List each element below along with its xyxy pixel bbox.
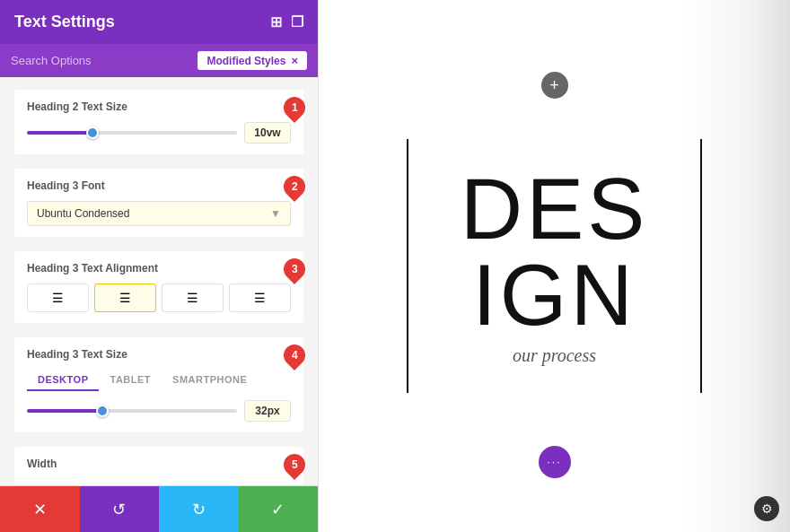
heading3-size-slider-thumb[interactable] bbox=[96, 405, 109, 417]
annotation-3: 3 bbox=[279, 254, 310, 284]
panel-header-icons: ⊞ ❐ bbox=[270, 13, 303, 31]
annotation-2-label: 2 bbox=[292, 180, 298, 193]
align-justify-button[interactable]: ☰ bbox=[229, 283, 291, 312]
alignment-buttons: ☰ ☰ ☰ ☰ bbox=[27, 283, 291, 312]
corner-icon: ⚙ bbox=[761, 501, 773, 516]
design-text-line2: IGN bbox=[472, 252, 636, 338]
close-modified-button[interactable]: × bbox=[291, 54, 298, 67]
heading3-text-size-label: Heading 3 Text Size bbox=[27, 348, 291, 361]
undo-button[interactable]: ↺ bbox=[80, 486, 160, 532]
heading2-slider-row: 10vw bbox=[27, 122, 291, 144]
redo-button[interactable]: ↻ bbox=[159, 486, 239, 532]
heading2-slider-fill bbox=[27, 131, 90, 135]
save-icon: ✓ bbox=[271, 500, 285, 519]
modified-badge-text: Modified Styles bbox=[206, 55, 285, 67]
heading3-size-slider-track[interactable] bbox=[27, 409, 237, 413]
expand-icon[interactable]: ⊞ bbox=[270, 13, 282, 31]
annotation-5-label: 5 bbox=[292, 458, 298, 471]
process-subtitle: our process bbox=[513, 345, 596, 366]
heading2-text-size-label: Heading 2 Text Size bbox=[27, 100, 291, 113]
annotation-2: 2 bbox=[279, 171, 310, 202]
width-section: Width DESKTOP TABLET SMARTPHONE 100% 5 bbox=[14, 447, 303, 485]
modified-badge: Modified Styles × bbox=[198, 51, 307, 70]
heading3-size-value-box[interactable]: 32px bbox=[244, 400, 291, 422]
font-dropdown-icon[interactable]: ▼ bbox=[270, 207, 281, 220]
heading3-font-label: Heading 3 Font bbox=[27, 179, 291, 192]
panel-footer: ✕ ↺ ↻ ✓ bbox=[0, 485, 318, 532]
align-center-button[interactable]: ☰ bbox=[94, 283, 156, 312]
heading3-text-size-section: Heading 3 Text Size DESKTOP TABLET SMART… bbox=[14, 337, 303, 432]
corner-tool-button[interactable]: ⚙ bbox=[754, 496, 779, 521]
right-vertical-bar bbox=[700, 139, 702, 393]
panel-header: Text Settings ⊞ ❐ bbox=[0, 0, 318, 44]
width-desktop-tab[interactable]: DESKTOP bbox=[27, 479, 99, 485]
search-label: Search Options bbox=[11, 54, 92, 67]
align-right-button[interactable]: ☰ bbox=[162, 283, 224, 312]
heading2-slider-track[interactable] bbox=[27, 131, 237, 135]
width-smartphone-tab[interactable]: SMARTPHONE bbox=[162, 479, 258, 485]
cancel-icon: ✕ bbox=[33, 500, 47, 519]
annotation-1-label: 1 bbox=[292, 101, 298, 114]
settings-panel: Text Settings ⊞ ❐ Search Options Modifie… bbox=[0, 0, 319, 532]
annotation-5: 5 bbox=[279, 449, 310, 480]
design-text-line1: DES bbox=[461, 166, 648, 252]
search-bar: Search Options Modified Styles × bbox=[0, 44, 318, 77]
panel-title: Text Settings bbox=[14, 13, 115, 31]
more-icon: ··· bbox=[547, 456, 561, 468]
heading2-value-box[interactable]: 10vw bbox=[244, 122, 291, 144]
heading3-font-input[interactable]: Ubuntu Condensed ▼ bbox=[27, 201, 291, 226]
more-options-button[interactable]: ··· bbox=[539, 446, 571, 478]
heading2-slider-thumb[interactable] bbox=[86, 126, 99, 139]
width-tablet-tab[interactable]: TABLET bbox=[99, 479, 162, 485]
add-icon: + bbox=[549, 76, 559, 95]
cancel-button[interactable]: ✕ bbox=[0, 486, 80, 532]
add-button[interactable]: + bbox=[541, 72, 568, 99]
heading3-alignment-section: Heading 3 Text Alignment ☰ ☰ ☰ ☰ 3 bbox=[14, 251, 303, 323]
save-button[interactable]: ✓ bbox=[239, 486, 319, 532]
heading2-text-size-section: Heading 2 Text Size 10vw 1 bbox=[14, 90, 303, 154]
annotation-4-label: 4 bbox=[292, 349, 298, 362]
collapse-icon[interactable]: ❐ bbox=[291, 13, 303, 31]
left-vertical-bar bbox=[407, 139, 408, 393]
annotation-4: 4 bbox=[279, 340, 310, 371]
heading3-font-section: Heading 3 Font Ubuntu Condensed ▼ 2 bbox=[14, 169, 303, 237]
canvas-area: + DES IGN our process ··· ⚙ bbox=[319, 0, 790, 532]
canvas-content: DES IGN our process bbox=[407, 139, 702, 393]
annotation-3-label: 3 bbox=[292, 263, 298, 275]
annotation-1: 1 bbox=[279, 92, 310, 123]
heading3-desktop-tab[interactable]: DESKTOP bbox=[27, 370, 99, 391]
heading3-tablet-tab[interactable]: TABLET bbox=[99, 370, 162, 391]
width-device-tabs: DESKTOP TABLET SMARTPHONE bbox=[27, 479, 291, 485]
heading3-font-value: Ubuntu Condensed bbox=[37, 207, 129, 220]
heading3-alignment-label: Heading 3 Text Alignment bbox=[27, 262, 291, 275]
width-label: Width bbox=[27, 458, 291, 470]
align-left-button[interactable]: ☰ bbox=[27, 283, 89, 312]
heading3-smartphone-tab[interactable]: SMARTPHONE bbox=[162, 370, 258, 391]
undo-icon: ↺ bbox=[112, 500, 126, 519]
heading3-size-slider-fill bbox=[27, 409, 101, 413]
redo-icon: ↻ bbox=[192, 500, 206, 519]
settings-content: Heading 2 Text Size 10vw 1 Heading 3 Fon… bbox=[0, 77, 318, 485]
heading3-device-tabs: DESKTOP TABLET SMARTPHONE bbox=[27, 370, 291, 391]
heading3-size-slider-row: 32px bbox=[27, 400, 291, 422]
